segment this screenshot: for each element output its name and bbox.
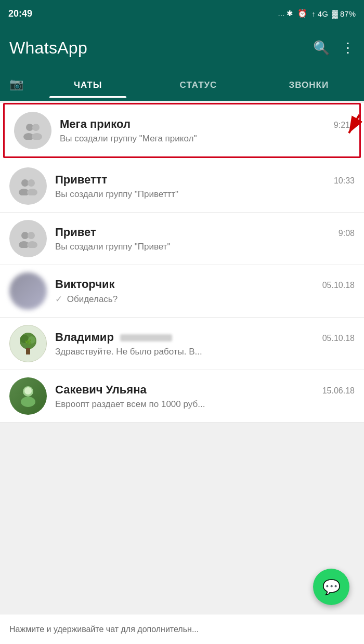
svg-point-20 bbox=[21, 397, 35, 407]
bottom-bar: Нажмите и удерживайте чат для дополнител… bbox=[0, 614, 364, 644]
chat-preview: ✓ Обиделась? bbox=[55, 294, 355, 305]
avatar bbox=[9, 167, 47, 205]
status-alarm: ⏰ bbox=[297, 9, 307, 18]
svg-point-3 bbox=[32, 133, 42, 140]
svg-point-1 bbox=[32, 124, 40, 131]
chat-item[interactable]: 🌿 Владимир 05.10.18 Здравствуйте. Не был… bbox=[0, 318, 364, 370]
tab-bar: 📷 ЧАТЫ СТАТУС ЗВОНКИ bbox=[0, 69, 364, 101]
chat-info: Викторчик 05.10.18 ✓ Обиделась? bbox=[55, 278, 355, 305]
avatar bbox=[14, 112, 51, 149]
svg-point-7 bbox=[28, 179, 35, 187]
chat-item[interactable]: Мега прикол 9:21 Вы создали группу "Мега… bbox=[3, 103, 361, 158]
status-bar: 20:49 ... ✱ ⏰ ↑ 4G ▓ 87% bbox=[0, 0, 364, 27]
chat-info: Приветтт 10:33 Вы создали группу "Привет… bbox=[55, 173, 355, 200]
svg-point-9 bbox=[27, 189, 37, 195]
status-time: 20:49 bbox=[8, 8, 32, 19]
chat-time: 10:33 bbox=[334, 176, 355, 186]
chat-info: Привет 9:08 Вы создали группу "Привет" bbox=[55, 226, 355, 252]
app-title: WhatsApp bbox=[9, 38, 87, 58]
svg-text:🌿: 🌿 bbox=[25, 339, 32, 346]
chat-item[interactable]: Приветтт 10:33 Вы создали группу "Привет… bbox=[0, 160, 364, 213]
avatar bbox=[9, 377, 47, 415]
chat-preview: Вы создали группу "Привет" bbox=[55, 242, 355, 252]
chat-list: Мега прикол 9:21 Вы создали группу "Мега… bbox=[0, 103, 364, 423]
chat-name: Сакевич Ульяна bbox=[55, 383, 147, 397]
chat-preview: Вы создали группу "Приветтт" bbox=[55, 189, 355, 200]
new-chat-icon: 💬 bbox=[322, 579, 341, 596]
chat-preview: Вы создали группу "Мега прикол" bbox=[60, 134, 350, 144]
avatar: 🌿 bbox=[9, 325, 47, 362]
chat-name: Владимир bbox=[55, 331, 172, 344]
avatar bbox=[9, 272, 47, 310]
checkmark-icon: ✓ bbox=[55, 294, 62, 304]
app-header: WhatsApp 🔍 ⋮ bbox=[0, 27, 364, 69]
svg-point-10 bbox=[21, 232, 29, 239]
status-signal: ... ✱ bbox=[278, 9, 294, 18]
status-battery: ▓ 87% bbox=[332, 9, 356, 18]
menu-icon[interactable]: ⋮ bbox=[341, 40, 355, 56]
bottom-bar-text: Нажмите и удерживайте чат для дополнител… bbox=[9, 625, 199, 634]
chat-time: 9:08 bbox=[339, 229, 355, 238]
header-actions: 🔍 ⋮ bbox=[313, 40, 355, 56]
chat-info: Владимир 05.10.18 Здравствуйте. Не было … bbox=[55, 331, 355, 357]
chat-item[interactable]: Привет 9:08 Вы создали группу "Привет" bbox=[0, 213, 364, 265]
svg-line-5 bbox=[349, 115, 359, 133]
chat-preview: Здравствуйте. Не было работы. В... bbox=[55, 347, 355, 357]
chat-name: Приветтт bbox=[55, 173, 107, 187]
camera-tab[interactable]: 📷 bbox=[0, 77, 33, 91]
chat-info: Сакевич Ульяна 15.06.18 Евроопт раздает … bbox=[55, 383, 355, 410]
chat-time: 9:21 bbox=[334, 121, 350, 130]
avatar bbox=[9, 220, 47, 257]
svg-point-0 bbox=[26, 124, 33, 131]
camera-icon: 📷 bbox=[9, 77, 23, 91]
chat-preview: Евроопт раздает всем по 1000 руб... bbox=[55, 399, 355, 410]
svg-point-21 bbox=[24, 387, 32, 395]
chat-time: 15.06.18 bbox=[322, 386, 355, 396]
chat-item[interactable]: Викторчик 05.10.18 ✓ Обиделась? bbox=[0, 265, 364, 318]
svg-point-6 bbox=[21, 179, 29, 187]
svg-rect-15 bbox=[26, 348, 30, 354]
tab-calls[interactable]: ЗВОНКИ bbox=[254, 71, 364, 98]
status-data: ↑ 4G bbox=[311, 9, 328, 18]
chat-time: 05.10.18 bbox=[322, 281, 355, 290]
chat-name: Мега прикол bbox=[60, 117, 131, 131]
svg-point-11 bbox=[28, 232, 35, 239]
svg-point-13 bbox=[27, 241, 37, 248]
chat-item[interactable]: Сакевич Ульяна 15.06.18 Евроопт раздает … bbox=[0, 370, 364, 423]
chat-name: Викторчик bbox=[55, 278, 115, 291]
chat-info: Мега прикол 9:21 Вы создали группу "Мега… bbox=[60, 117, 350, 144]
chat-time: 05.10.18 bbox=[322, 334, 355, 343]
chat-name: Привет bbox=[55, 226, 96, 239]
search-icon[interactable]: 🔍 bbox=[313, 40, 330, 56]
tab-chats[interactable]: ЧАТЫ bbox=[33, 71, 143, 98]
status-icons: ... ✱ ⏰ ↑ 4G ▓ 87% bbox=[278, 9, 356, 18]
tab-status[interactable]: СТАТУС bbox=[143, 71, 253, 98]
new-chat-fab[interactable]: 💬 bbox=[313, 569, 349, 605]
